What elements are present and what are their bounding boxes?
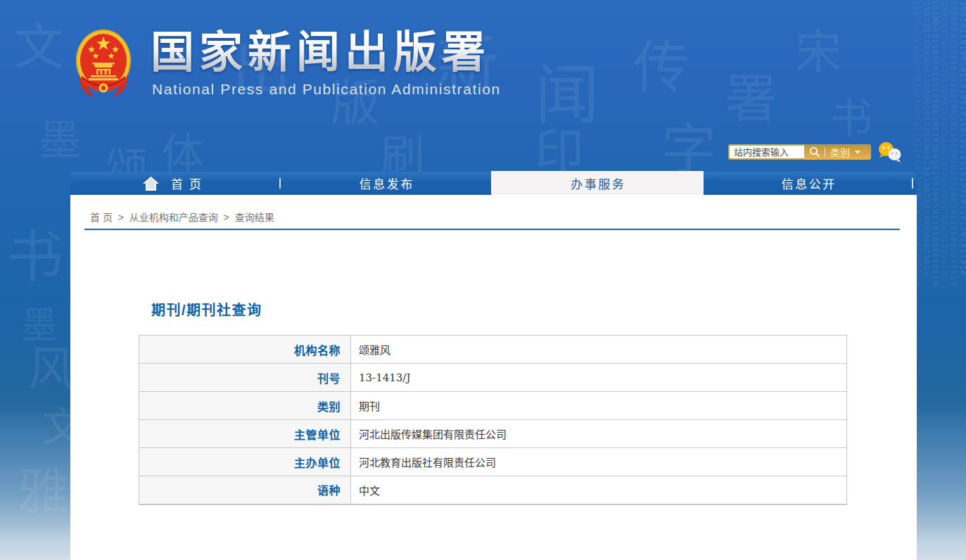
- row-label: 机构名称: [139, 336, 351, 364]
- magnifier-icon: [809, 146, 820, 158]
- nav-tab-home[interactable]: 首页: [70, 172, 280, 195]
- home-icon: [143, 177, 159, 191]
- breadcrumb-separator: >: [224, 212, 229, 223]
- row-value: 期刊: [351, 392, 847, 420]
- table-row: 类别 期刊: [139, 392, 847, 420]
- table-row: 语种 中文: [139, 476, 847, 504]
- search-divider: [825, 148, 825, 157]
- wechat-icon[interactable]: [877, 140, 904, 164]
- nav-tab-label: 办事服务: [569, 174, 626, 192]
- row-label: 主办单位: [139, 448, 351, 476]
- row-value: 13-1413/J: [351, 364, 847, 392]
- chevron-down-icon: [855, 151, 860, 154]
- row-value: 中文: [351, 476, 847, 504]
- row-value: 颂雅风: [351, 336, 847, 364]
- page-title: 期刊/期刊社查询: [151, 299, 262, 319]
- search-input[interactable]: [728, 144, 804, 160]
- row-value: 河北教育出版社有限责任公司: [351, 448, 847, 476]
- row-label: 语种: [139, 476, 351, 504]
- main-nav: 首页 信息发布 办事服务 信息公开: [70, 172, 917, 195]
- breadcrumb: 首 页 > 从业机构和产品查询 > 查询结果: [90, 210, 274, 224]
- result-table: 机构名称 颂雅风 刊号 13-1413/J 类别 期刊 主管单位 河北出版传媒集…: [139, 335, 847, 505]
- breadcrumb-separator: >: [118, 212, 124, 223]
- nav-tab-label: 信息发布: [357, 174, 414, 192]
- breadcrumb-org-product-query[interactable]: 从业机构和产品查询: [129, 212, 218, 223]
- breadcrumb-query-result: 查询结果: [235, 212, 274, 223]
- nav-tab-label: 信息公开: [780, 174, 837, 192]
- breadcrumb-divider: [84, 229, 900, 230]
- row-label: 刊号: [139, 364, 351, 392]
- content-panel: 首 页 > 从业机构和产品查询 > 查询结果 期刊/期刊社查询 机构名称 颂雅风…: [70, 195, 917, 560]
- nav-tab-info-disclosure[interactable]: 信息公开: [704, 172, 913, 195]
- breadcrumb-home[interactable]: 首 页: [90, 212, 113, 223]
- table-row: 机构名称 颂雅风: [139, 336, 847, 364]
- page: 文墨书风雅颂出版新闻传署印刷字宋体文墨书 1010010110100101101…: [0, 0, 966, 560]
- nav-tab-label: 首页: [165, 174, 208, 192]
- nav-tab-services[interactable]: 办事服务: [491, 171, 704, 196]
- category-dropdown[interactable]: 类别: [830, 145, 850, 159]
- nav-tab-info-release[interactable]: 信息发布: [281, 172, 491, 195]
- row-value: 河北出版传媒集团有限责任公司: [351, 420, 847, 448]
- search-button[interactable]: 类别: [804, 144, 871, 160]
- site-header: 国家新闻出版署 National Press and Publication A…: [0, 0, 966, 172]
- table-row: 主办单位 河北教育出版社有限责任公司: [139, 448, 847, 476]
- national-emblem-logo: [75, 28, 132, 100]
- row-label: 类别: [139, 392, 351, 420]
- site-subtitle: National Press and Publication Administr…: [152, 81, 501, 98]
- row-label: 主管单位: [139, 420, 351, 448]
- site-search: 类别: [728, 144, 871, 160]
- table-row: 主管单位 河北出版传媒集团有限责任公司: [139, 420, 847, 448]
- nav-divider: [912, 178, 913, 189]
- site-title: 国家新闻出版署: [151, 28, 490, 77]
- table-row: 刊号 13-1413/J: [139, 364, 847, 392]
